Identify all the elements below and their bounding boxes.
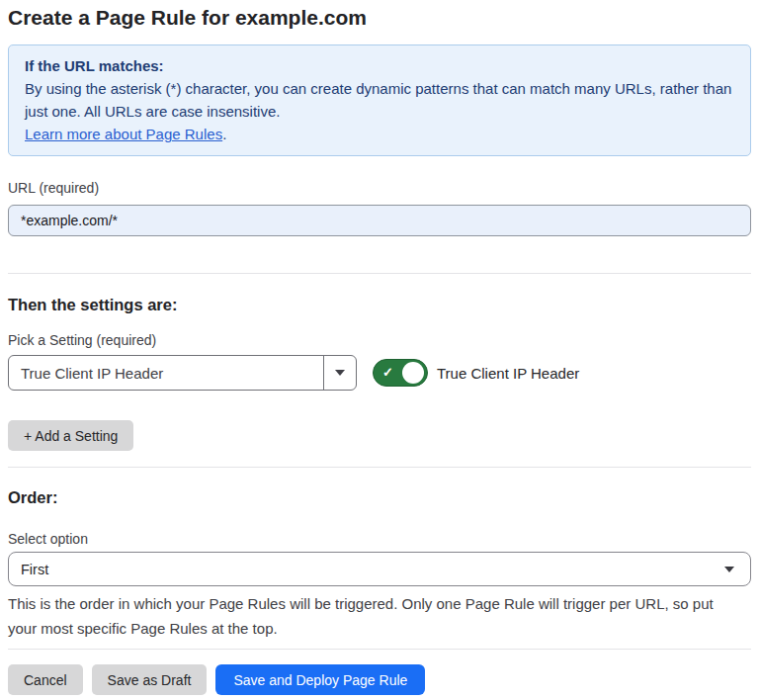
learn-more-link[interactable]: Learn more about Page Rules xyxy=(25,126,222,142)
check-icon: ✓ xyxy=(382,366,393,379)
add-setting-button[interactable]: + Add a Setting xyxy=(8,420,133,451)
link-suffix-period: . xyxy=(222,126,226,142)
order-select-label: Select option xyxy=(8,531,751,548)
setting-picker-arrow-button[interactable] xyxy=(323,356,356,390)
save-as-draft-button[interactable]: Save as Draft xyxy=(92,664,208,695)
url-field-label: URL (required) xyxy=(8,180,751,197)
info-callout-body: By using the asterisk (*) character, you… xyxy=(25,77,734,123)
order-select-value: First xyxy=(21,562,724,577)
info-callout-heading: If the URL matches: xyxy=(25,54,734,77)
order-select-dropdown[interactable]: First xyxy=(8,552,751,586)
divider xyxy=(8,273,751,274)
true-client-ip-toggle[interactable]: ✓ xyxy=(373,359,428,387)
chevron-down-icon xyxy=(724,567,734,572)
cancel-button[interactable]: Cancel xyxy=(8,664,83,695)
setting-picker-value: True Client IP Header xyxy=(9,356,323,390)
settings-section-heading: Then the settings are: xyxy=(8,295,751,314)
order-section-heading: Order: xyxy=(8,487,751,507)
setting-picker-label: Pick a Setting (required) xyxy=(8,332,751,349)
toggle-knob xyxy=(402,362,424,384)
chevron-down-icon xyxy=(335,370,345,376)
setting-picker-dropdown[interactable]: True Client IP Header xyxy=(8,355,357,391)
url-match-info-callout: If the URL matches: By using the asteris… xyxy=(8,44,751,156)
footer-actions: Cancel Save as Draft Save and Deploy Pag… xyxy=(8,664,751,695)
divider xyxy=(8,467,751,468)
setting-row: True Client IP Header ✓ True Client IP H… xyxy=(8,355,751,391)
url-input[interactable] xyxy=(8,205,751,236)
order-help-text: This is the order in which your Page Rul… xyxy=(8,591,739,641)
save-and-deploy-button[interactable]: Save and Deploy Page Rule xyxy=(215,664,425,695)
info-callout-link-line: Learn more about Page Rules. xyxy=(25,123,734,145)
divider xyxy=(8,649,751,650)
page-title: Create a Page Rule for example.com xyxy=(8,4,751,32)
toggle-label: True Client IP Header xyxy=(437,365,579,382)
